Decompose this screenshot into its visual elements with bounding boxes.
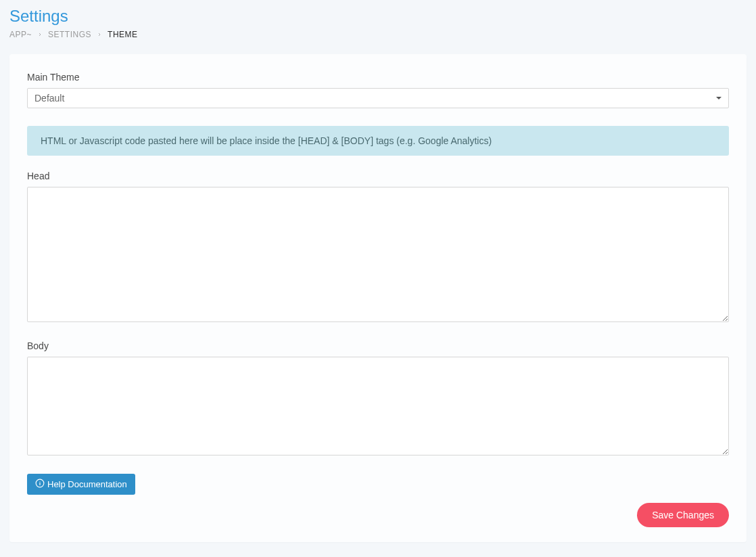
chevron-right-icon bbox=[37, 32, 43, 37]
caret-down-icon bbox=[716, 97, 722, 99]
breadcrumb-settings[interactable]: SETTINGS bbox=[48, 30, 91, 39]
body-textarea[interactable] bbox=[27, 357, 729, 455]
main-theme-selected-value: Default bbox=[34, 93, 64, 104]
page-title: Settings bbox=[9, 7, 747, 26]
breadcrumb-theme: THEME bbox=[108, 30, 138, 39]
main-theme-select[interactable]: Default bbox=[27, 88, 729, 108]
breadcrumb-app[interactable]: APP~ bbox=[9, 30, 32, 39]
breadcrumb: APP~ SETTINGS THEME bbox=[9, 30, 747, 39]
settings-card: Main Theme Default HTML or Javascript co… bbox=[9, 54, 747, 542]
main-theme-label: Main Theme bbox=[27, 72, 729, 83]
body-label: Body bbox=[27, 340, 729, 351]
help-button-label: Help Documentation bbox=[47, 479, 127, 489]
head-label: Head bbox=[27, 171, 729, 181]
info-banner: HTML or Javascript code pasted here will… bbox=[27, 126, 729, 156]
chevron-right-icon bbox=[97, 32, 102, 37]
save-changes-button[interactable]: Save Changes bbox=[637, 503, 729, 527]
head-textarea[interactable] bbox=[27, 187, 729, 322]
info-circle-icon bbox=[35, 478, 45, 490]
help-documentation-button[interactable]: Help Documentation bbox=[27, 474, 135, 495]
